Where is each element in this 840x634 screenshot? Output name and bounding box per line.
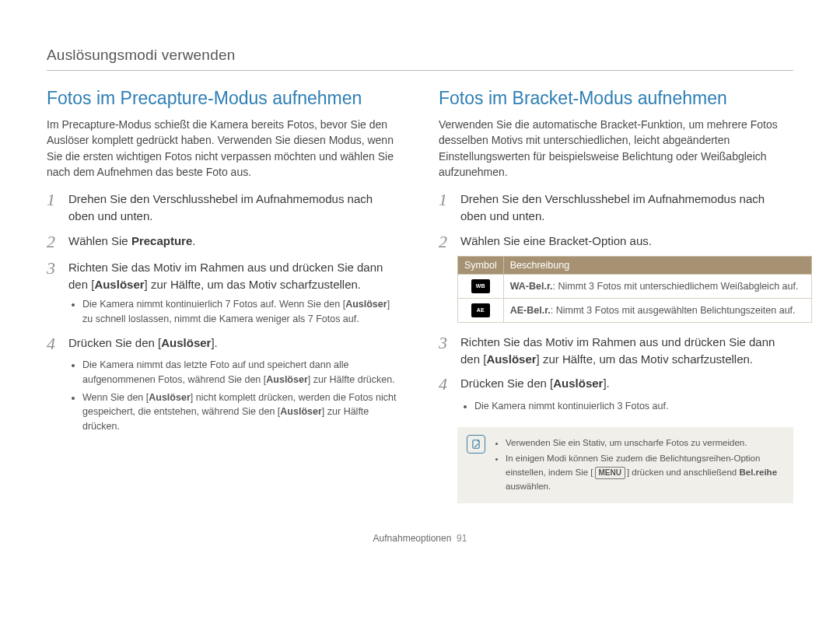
tip-item: In einigen Modi können Sie zudem die Bel… <box>506 452 784 493</box>
symbol-cell: WB <box>458 274 504 298</box>
step-number: 4 <box>439 375 451 394</box>
step-text: Wählen Sie eine Bracket-Option aus. <box>460 233 652 250</box>
table-row: WB WA-Bel.r.: Nimmt 3 Fotos mit untersch… <box>458 274 812 298</box>
right-steps: 1 Drehen Sie den Verschlusshebel im Aufn… <box>439 191 793 251</box>
wb-bracket-icon: WB <box>471 279 490 293</box>
symbol-cell: AE <box>458 298 504 322</box>
left-intro: Im Precapture-Modus schießt die Kamera b… <box>47 117 401 180</box>
step-number: 2 <box>439 233 451 251</box>
step: 4 Drücken Sie den [Auslöser]. <box>47 335 401 353</box>
step-number: 2 <box>47 233 59 251</box>
page-footer: Aufnahmeoptionen 91 <box>47 533 793 544</box>
step-number: 1 <box>439 191 451 209</box>
step-number: 4 <box>47 335 59 353</box>
left-heading: Fotos im Precapture-Modus aufnehmen <box>47 88 401 109</box>
page-number: 91 <box>457 533 467 544</box>
step-number: 3 <box>439 334 451 352</box>
step: 1 Drehen Sie den Verschlusshebel im Aufn… <box>47 191 401 225</box>
step: 3 Richten Sie das Motiv im Rahmen aus un… <box>439 334 793 368</box>
step-number: 3 <box>47 259 59 278</box>
right-steps-cont: 3 Richten Sie das Motiv im Rahmen aus un… <box>439 334 793 394</box>
tip-box: Verwenden Sie ein Stativ, um unscharfe F… <box>457 427 793 503</box>
page: Auslösungsmodi verwenden Fotos im Precap… <box>0 0 840 567</box>
note-icon <box>467 435 485 454</box>
table-header-symbol: Symbol <box>458 256 504 274</box>
right-intro: Verwenden Sie die automatische Bracket-F… <box>439 117 793 180</box>
step-text: Drücken Sie den [Auslöser]. <box>460 375 610 392</box>
left-column: Fotos im Precapture-Modus aufnehmen Im P… <box>47 88 401 503</box>
step-text: Richten Sie das Motiv im Rahmen aus und … <box>460 334 793 368</box>
step: 2 Wählen Sie Precapture. <box>47 233 401 251</box>
step-sub-bullets: Die Kamera nimmt kontinuierlich 3 Fotos … <box>474 399 793 414</box>
left-steps-cont: 4 Drücken Sie den [Auslöser]. <box>47 335 401 353</box>
bullet: Die Kamera nimmt das letzte Foto auf und… <box>82 358 401 387</box>
tip-item: Verwenden Sie ein Stativ, um unscharfe F… <box>506 436 784 450</box>
step-sub-bullets: Die Kamera nimmt das letzte Foto auf und… <box>82 358 401 434</box>
step-text: Drücken Sie den [Auslöser]. <box>68 335 218 352</box>
two-column-layout: Fotos im Precapture-Modus aufnehmen Im P… <box>47 88 793 503</box>
step: 1 Drehen Sie den Verschlusshebel im Aufn… <box>439 191 793 225</box>
table-row: AE AE-Bel.r.: Nimmt 3 Fotos mit ausgewäh… <box>458 298 812 322</box>
step-number: 1 <box>47 191 59 209</box>
desc-cell: WA-Bel.r.: Nimmt 3 Fotos mit unterschied… <box>503 274 811 298</box>
step-sub-bullets: Die Kamera nimmt kontinuierlich 7 Fotos … <box>82 297 401 327</box>
step-text: Drehen Sie den Verschlusshebel im Aufnah… <box>68 191 401 225</box>
right-heading: Fotos im Bracket-Modus aufnehmen <box>439 88 793 109</box>
step-text: Wählen Sie Precapture. <box>68 233 195 250</box>
tip-list: Verwenden Sie ein Stativ, um unscharfe F… <box>493 435 784 495</box>
bullet: Die Kamera nimmt kontinuierlich 7 Fotos … <box>82 297 401 327</box>
step-text: Richten Sie das Motiv im Rahmen aus und … <box>68 259 401 293</box>
step: 2 Wählen Sie eine Bracket-Option aus. <box>439 233 793 251</box>
step: 3 Richten Sie das Motiv im Rahmen aus un… <box>47 259 401 293</box>
bracket-options-table: Symbol Beschreibung WB WA-Bel.r.: Nimmt … <box>457 256 812 323</box>
table-header-description: Beschreibung <box>503 256 811 274</box>
right-column: Fotos im Bracket-Modus aufnehmen Verwend… <box>439 88 793 503</box>
bullet: Wenn Sie den [Auslöser] nicht komplett d… <box>82 391 401 434</box>
step-text: Drehen Sie den Verschlusshebel im Aufnah… <box>460 191 793 225</box>
ae-bracket-icon: AE <box>471 303 490 317</box>
step: 4 Drücken Sie den [Auslöser]. <box>439 375 793 394</box>
bullet: Die Kamera nimmt kontinuierlich 3 Fotos … <box>474 399 793 414</box>
footer-label: Aufnahmeoptionen <box>373 533 452 544</box>
section-title: Auslösungsmodi verwenden <box>47 47 793 71</box>
menu-key-icon: MENU <box>595 467 625 479</box>
desc-cell: AE-Bel.r.: Nimmt 3 Fotos mit ausgewählte… <box>503 298 811 322</box>
left-steps: 1 Drehen Sie den Verschlusshebel im Aufn… <box>47 191 401 292</box>
